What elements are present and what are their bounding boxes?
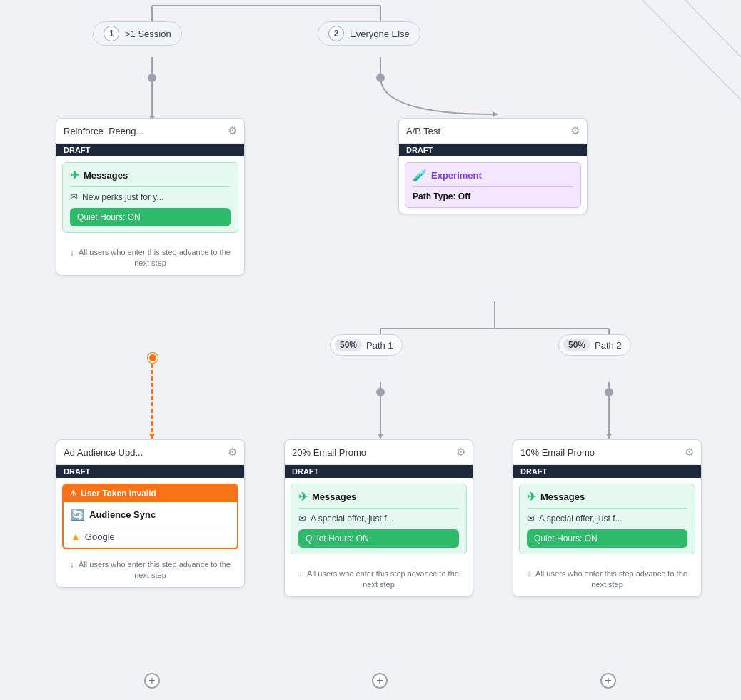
experiment-block: 🧪 Experiment Path Type: Off bbox=[405, 162, 581, 208]
split-pill-1[interactable]: 1 >1 Session bbox=[93, 21, 182, 46]
email-20-send-icon: ✈ bbox=[298, 490, 308, 504]
split-pill-2-label: Everyone Else bbox=[350, 29, 410, 39]
ad-audience-header: Ad Audience Upd... ⚙ bbox=[56, 440, 244, 465]
google-logo-icon: ▲ bbox=[71, 531, 81, 542]
reinforce-message-row: ✉ New perks just for y... bbox=[70, 191, 231, 202]
reinforce-header: Reinforce+Reeng... ⚙ bbox=[56, 119, 244, 144]
ab-gear-icon[interactable]: ⚙ bbox=[570, 124, 580, 137]
reinforce-quiet-value: ON bbox=[128, 212, 141, 222]
ad-audience-body: ⚠ User Token Invalid 🔄 Audience Sync ▲ G… bbox=[56, 478, 244, 555]
audience-error-text: User Token Invalid bbox=[81, 489, 156, 499]
email-10-email-icon: ✉ bbox=[527, 513, 535, 524]
reinforce-messages-block: ✈ Messages ✉ New perks just for y... Qui… bbox=[62, 162, 238, 233]
arrow-down-icon: ↓ bbox=[70, 248, 74, 256]
email-icon: ✉ bbox=[70, 191, 78, 202]
plus-icon-2: + bbox=[376, 675, 383, 686]
experiment-divider bbox=[413, 186, 573, 187]
email-20-header: 20% Email Promo ⚙ bbox=[285, 440, 473, 465]
email-10-header: 10% Email Promo ⚙ bbox=[513, 440, 701, 465]
audience-divider bbox=[71, 526, 230, 526]
email-10-send-icon: ✈ bbox=[527, 490, 536, 504]
email-10-arrow-icon: ↓ bbox=[527, 569, 531, 578]
email-promo-20-node: 20% Email Promo ⚙ DRAFT ✈ Messages ✉ A s… bbox=[284, 439, 473, 597]
email-10-footer-text: All users who enter this step advance to… bbox=[535, 569, 687, 589]
add-after-email-10-button[interactable]: + bbox=[600, 673, 616, 689]
add-after-email-20-button[interactable]: + bbox=[372, 673, 388, 689]
reinforce-body: ✈ Messages ✉ New perks just for y... Qui… bbox=[56, 156, 244, 243]
email-10-messages-label: Messages bbox=[540, 491, 585, 502]
dot-connector-2 bbox=[376, 74, 385, 82]
ad-audience-gear-icon[interactable]: ⚙ bbox=[228, 446, 237, 459]
ad-audience-footer: ↓ All users who enter this step advance … bbox=[56, 555, 244, 587]
audience-error-bar: ⚠ User Token Invalid bbox=[64, 485, 237, 502]
branch-2-label: Path 2 bbox=[595, 340, 622, 351]
reinforce-node: Reinforce+Reeng... ⚙ DRAFT ✈ Messages ✉ … bbox=[56, 118, 245, 276]
email-10-messages-block: ✈ Messages ✉ A special offer, just f... … bbox=[519, 484, 695, 554]
branch-1-label: Path 1 bbox=[366, 340, 393, 351]
svg-marker-8 bbox=[149, 434, 155, 439]
svg-marker-6 bbox=[493, 111, 498, 117]
gear-icon[interactable]: ⚙ bbox=[228, 124, 237, 137]
ad-audience-draft-badge: DRAFT bbox=[56, 465, 244, 478]
split-pill-1-label: >1 Session bbox=[125, 29, 171, 39]
path-type-row: Path Type: Off bbox=[413, 191, 573, 201]
branch-2-percent: 50% bbox=[563, 339, 590, 351]
experiment-label: Experiment bbox=[431, 170, 482, 181]
email-20-title: 20% Email Promo bbox=[292, 447, 366, 458]
dot-branch2 bbox=[605, 388, 613, 396]
ad-audience-node: Ad Audience Upd... ⚙ DRAFT ⚠ User Token … bbox=[56, 439, 245, 588]
reinforce-title: Reinforce+Reeng... bbox=[64, 126, 143, 136]
plus-icon-3: + bbox=[605, 675, 611, 686]
email-10-quiet-value: ON bbox=[585, 534, 598, 544]
email-10-quiet-hours: Quiet Hours: ON bbox=[527, 529, 687, 548]
reinforce-quiet-hours: Quiet Hours: ON bbox=[70, 208, 231, 226]
message-send-icon: ✈ bbox=[70, 169, 79, 182]
email-10-quiet-label: Quiet Hours: bbox=[534, 534, 582, 544]
reinforce-messages-title: ✈ Messages bbox=[70, 169, 231, 182]
workflow-canvas: 1 >1 Session 2 Everyone Else Reinforce+R… bbox=[0, 0, 741, 700]
dot-orange-connector bbox=[148, 353, 158, 363]
email-10-message-row: ✉ A special offer, just f... bbox=[527, 513, 687, 524]
reinforce-quiet-label: Quiet Hours: bbox=[77, 212, 125, 222]
email-20-quiet-label: Quiet Hours: bbox=[306, 534, 353, 544]
email-20-footer: ↓ All users who enter this step advance … bbox=[285, 564, 473, 596]
ab-test-node: A/B Test ⚙ DRAFT 🧪 Experiment Path Type:… bbox=[398, 118, 588, 214]
email-20-messages-block: ✈ Messages ✉ A special offer, just f... … bbox=[291, 484, 467, 554]
reinforce-messages-label: Messages bbox=[84, 170, 128, 181]
email-10-gear-icon[interactable]: ⚙ bbox=[685, 446, 694, 459]
email-10-messages-divider bbox=[527, 508, 687, 509]
reinforce-footer: ↓ All users who enter this step advance … bbox=[56, 243, 244, 275]
path-type-value: Off bbox=[458, 191, 470, 201]
svg-line-18 bbox=[685, 0, 741, 57]
reinforce-message-text: New perks just for y... bbox=[82, 192, 163, 202]
messages-divider bbox=[70, 186, 231, 187]
ad-audience-title: Ad Audience Upd... bbox=[64, 447, 143, 458]
google-row: ▲ Google bbox=[71, 531, 230, 542]
split-pill-1-num: 1 bbox=[104, 26, 119, 41]
email-20-quiet-value: ON bbox=[356, 534, 369, 544]
email-20-footer-text: All users who enter this step advance to… bbox=[307, 569, 459, 589]
split-pill-2-num: 2 bbox=[328, 26, 344, 41]
ab-header: A/B Test ⚙ bbox=[399, 119, 587, 144]
email-20-gear-icon[interactable]: ⚙ bbox=[456, 446, 465, 459]
ab-draft-badge: DRAFT bbox=[399, 144, 587, 156]
email-20-email-icon: ✉ bbox=[298, 513, 306, 524]
email-20-arrow-icon: ↓ bbox=[298, 569, 303, 578]
ad-audience-footer-text: All users who enter this step advance to… bbox=[79, 560, 231, 579]
ab-body: 🧪 Experiment Path Type: Off bbox=[399, 156, 587, 214]
reinforce-draft-badge: DRAFT bbox=[56, 144, 244, 156]
email-20-messages-label: Messages bbox=[312, 491, 356, 502]
email-10-title: 10% Email Promo bbox=[520, 447, 595, 458]
email-20-message-row: ✉ A special offer, just f... bbox=[298, 513, 459, 524]
audience-sync-label: Audience Sync bbox=[89, 509, 156, 520]
experiment-icon: 🧪 bbox=[413, 169, 427, 182]
email-10-messages-title: ✈ Messages bbox=[527, 490, 687, 504]
experiment-title: 🧪 Experiment bbox=[413, 169, 573, 182]
branch-pill-1[interactable]: 50% Path 1 bbox=[330, 334, 403, 356]
email-20-quiet-hours: Quiet Hours: ON bbox=[298, 529, 459, 548]
add-after-ad-audience-button[interactable]: + bbox=[144, 673, 160, 689]
split-pill-2[interactable]: 2 Everyone Else bbox=[318, 21, 420, 46]
reinforce-footer-text: All users who enter this step advance to… bbox=[79, 248, 231, 267]
email-20-messages-title: ✈ Messages bbox=[298, 490, 459, 504]
branch-pill-2[interactable]: 50% Path 2 bbox=[558, 334, 631, 356]
